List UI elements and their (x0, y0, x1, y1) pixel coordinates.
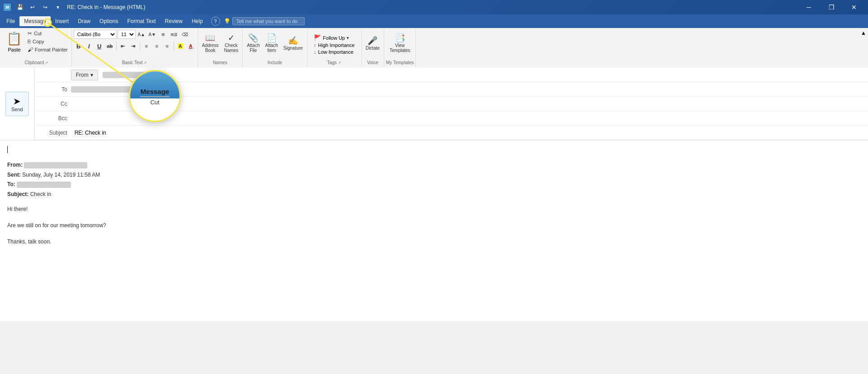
basic-text-label: Basic Text ↗ (74, 59, 196, 66)
menu-message[interactable]: Message (19, 16, 51, 26)
format-row: B I U ab ⇤ ⇥ ≡ ≡ ≡ A A (74, 41, 196, 51)
close-btn[interactable]: ✕ (844, 0, 864, 14)
font-size-selector[interactable]: 11 (118, 30, 136, 39)
templates-label: My Templates (386, 59, 414, 66)
check-names-button[interactable]: ✓ CheckNames (222, 30, 241, 57)
clipboard-label: Clipboard ↗ (4, 59, 70, 66)
bcc-label: Bcc (35, 115, 71, 122)
attach-file-button[interactable]: 📎 AttachFile (245, 30, 262, 57)
increase-indent-btn[interactable]: ⇥ (128, 41, 138, 51)
menu-insert[interactable]: Insert (51, 16, 73, 26)
sent-meta-value: Sunday, July 14, 2019 11:58 AM (22, 172, 100, 178)
view-templates-button[interactable]: 📑 ViewTemplates (387, 30, 413, 57)
menu-format-text[interactable]: Format Text (123, 16, 160, 26)
customize-quick-btn[interactable]: ▾ (52, 2, 63, 13)
menu-options[interactable]: Options (95, 16, 123, 26)
from-row: From ▾ (35, 68, 868, 82)
dictate-button[interactable]: 🎤 Dictate (363, 30, 382, 57)
compose-body[interactable]: From: Sent: Sunday, July 14, 2019 11:58 … (0, 140, 868, 321)
subject-label: Subject (35, 130, 71, 136)
strikethrough-button[interactable]: ab (105, 41, 115, 51)
text-cursor (7, 146, 8, 153)
bold-button[interactable]: B (74, 41, 84, 51)
align-right-btn[interactable]: ≡ (162, 41, 172, 51)
restore-btn[interactable]: ❐ (821, 0, 842, 14)
include-group: 📎 AttachFile 📄 AttachItem ✍ Signature In… (243, 29, 307, 67)
menu-draw[interactable]: Draw (73, 16, 95, 26)
save-quick-btn[interactable]: 💾 (14, 2, 25, 13)
body-line-2 (7, 215, 861, 221)
tags-group: 🚩 Follow Up ▾ ↑ High Importance ↓ Low Im… (307, 29, 362, 67)
tags-group-content: 🚩 Follow Up ▾ ↑ High Importance ↓ Low Im… (312, 30, 356, 59)
menu-help[interactable]: Help (187, 16, 208, 26)
high-importance-icon: ↑ (314, 42, 316, 48)
redo-quick-btn[interactable]: ↪ (40, 2, 51, 13)
format-painter-button[interactable]: 🖌 Format Painter (26, 46, 70, 53)
subject-input[interactable] (71, 128, 868, 138)
compose-header-section: ➤ Send From ▾ To Cc (0, 68, 868, 140)
attach-file-label: AttachFile (247, 43, 259, 53)
list-btn[interactable]: ≡ (158, 30, 168, 39)
app-icon: ✉ (4, 4, 11, 11)
low-importance-label: Low Importance (318, 49, 354, 55)
copy-button[interactable]: ⎘ Copy (26, 38, 70, 45)
attach-item-button[interactable]: 📄 AttachItem (263, 30, 280, 57)
numbered-list-btn[interactable]: ≡# (169, 30, 179, 39)
include-label: Include (245, 59, 305, 66)
paste-icon: 📋 (6, 31, 22, 46)
align-left-btn[interactable]: ≡ (142, 41, 151, 51)
highlight-btn[interactable]: A (175, 41, 185, 51)
subject-meta-row: Subject: Check in (7, 190, 861, 200)
to-meta-row: To: (7, 180, 861, 190)
window-controls: ─ ❐ ✕ (798, 0, 864, 14)
underline-button[interactable]: U (94, 41, 104, 51)
address-book-button[interactable]: 📖 AddressBook (200, 30, 221, 57)
clipboard-group: 📋 Paste ✂ Cut ⎘ Copy 🖌 Format Painter C (2, 29, 72, 67)
low-importance-button[interactable]: ↓ Low Importance (312, 49, 355, 55)
subject-row: Subject (35, 126, 868, 140)
tags-expand-icon[interactable]: ↗ (338, 61, 341, 65)
names-label: Names (200, 59, 241, 66)
follow-up-button[interactable]: 🚩 Follow Up ▾ (312, 34, 351, 42)
cc-input[interactable] (71, 99, 868, 109)
decrease-font-btn[interactable]: A▼ (147, 30, 157, 39)
bcc-row: Bcc (35, 111, 868, 126)
help-circle-icon[interactable]: ? (211, 17, 220, 26)
sent-meta-label: Sent: (7, 172, 21, 178)
paste-button[interactable]: 📋 Paste (4, 30, 25, 54)
follow-up-label: Follow Up (323, 35, 345, 41)
low-importance-icon: ↓ (314, 49, 316, 55)
header-fields: From ▾ To Cc Bcc Sub (35, 68, 868, 140)
undo-quick-btn[interactable]: ↩ (27, 2, 38, 13)
to-input[interactable] (143, 84, 868, 94)
bcc-input[interactable] (71, 113, 868, 123)
to-meta-value (17, 182, 71, 188)
to-row: To (35, 82, 868, 97)
email-body-text: Hi there! Are we still on for our meetin… (7, 205, 861, 247)
basic-text-expand-icon[interactable]: ↗ (143, 61, 147, 65)
high-importance-button[interactable]: ↑ High Importance (312, 42, 356, 48)
italic-button[interactable]: I (84, 41, 94, 51)
tell-me-input[interactable] (232, 17, 305, 25)
clear-formatting-btn[interactable]: ⌫ (180, 30, 190, 39)
menu-file[interactable]: File (2, 16, 19, 26)
body-line-4 (7, 231, 861, 237)
follow-up-dropdown-icon: ▾ (347, 36, 349, 40)
tell-me-bar: 💡 (224, 17, 305, 25)
minimize-btn[interactable]: ─ (798, 0, 819, 14)
send-button[interactable]: ➤ Send (5, 92, 29, 116)
increase-font-btn[interactable]: A▲ (137, 30, 146, 39)
from-button[interactable]: From ▾ (71, 70, 98, 80)
signature-button[interactable]: ✍ Signature (281, 30, 305, 57)
text-color-btn[interactable]: A (186, 41, 196, 51)
align-center-btn[interactable]: ≡ (152, 41, 162, 51)
menu-review[interactable]: Review (160, 16, 187, 26)
ribbon-collapse-btn[interactable]: ▲ (861, 30, 866, 36)
high-importance-label: High Importance (318, 42, 355, 48)
font-selector[interactable]: Calibri (Bo (74, 30, 117, 39)
view-templates-icon: 📑 (395, 34, 405, 42)
clipboard-expand-icon[interactable]: ↗ (45, 61, 48, 65)
decrease-indent-btn[interactable]: ⇤ (118, 41, 128, 51)
title-bar-left: ✉ 💾 ↩ ↪ ▾ RE: Check in - Message (HTML) (4, 2, 145, 13)
cut-button[interactable]: ✂ Cut (26, 30, 70, 37)
